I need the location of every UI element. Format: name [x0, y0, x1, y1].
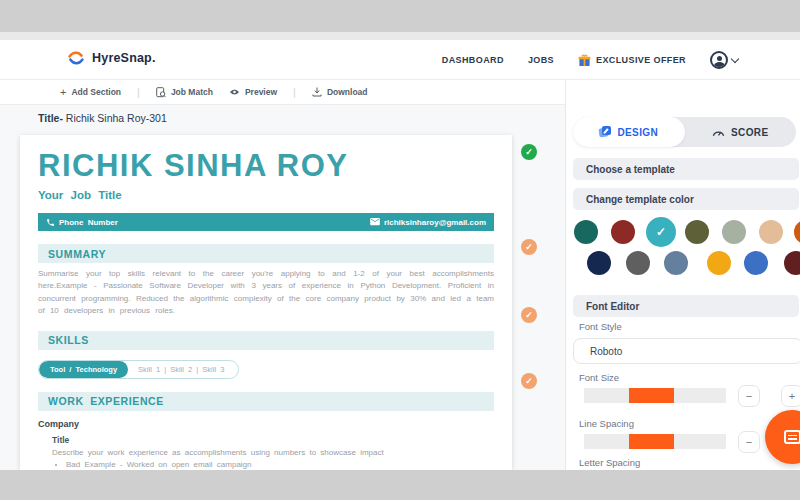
- work-bullet[interactable]: Bad Example - Worked on open email campa…: [66, 460, 494, 469]
- phone-label: Phone Number: [59, 218, 118, 227]
- resume-preview-card[interactable]: RICHIK SINHA ROY Your Job Title Phone Nu…: [20, 135, 512, 470]
- color-swatch[interactable]: [707, 251, 731, 275]
- preview-button[interactable]: Preview: [229, 87, 277, 97]
- preview-label: Preview: [245, 87, 277, 97]
- letter-spacing-label: Letter Spacing: [579, 457, 640, 468]
- change-template-color-button[interactable]: Change template color: [573, 188, 799, 210]
- add-section-label: Add Section: [71, 87, 121, 97]
- job-match-button[interactable]: Job Match: [156, 87, 213, 98]
- color-swatch[interactable]: [574, 220, 598, 244]
- resume-job-title[interactable]: Your Job Title: [38, 189, 494, 201]
- window-chrome-bottom: [0, 470, 800, 500]
- tab-design[interactable]: DESIGN: [573, 117, 685, 147]
- line-spacing-label: Line Spacing: [579, 418, 634, 429]
- font-size-label: Font Size: [579, 372, 619, 383]
- hyresnap-logo[interactable]: HyreSnap.: [66, 50, 156, 66]
- envelope-icon: [370, 218, 380, 226]
- logo-text: HyreSnap.: [92, 51, 156, 65]
- line-spacing-slider[interactable]: [584, 434, 726, 449]
- phone-icon: [46, 218, 55, 227]
- section-partial-badge: ✓: [521, 307, 537, 323]
- download-button[interactable]: Download: [312, 87, 368, 97]
- logo-swoosh-icon: [66, 50, 86, 66]
- section-partial-badge: ✓: [521, 373, 537, 389]
- choose-template-button[interactable]: Choose a template: [573, 158, 799, 180]
- font-size-decrease-button[interactable]: −: [738, 385, 760, 407]
- chevron-down-icon: [731, 54, 739, 62]
- work-bullet-list: Bad Example - Worked on open email campa…: [66, 460, 494, 470]
- line-spacing-slider-handle[interactable]: [629, 434, 674, 449]
- skills-pill[interactable]: Tool / Technology Skill 1 | Skill 2 | Sk…: [38, 360, 239, 379]
- color-swatch[interactable]: [664, 251, 688, 275]
- add-section-button[interactable]: + Add Section: [60, 86, 121, 98]
- color-swatch-selected[interactable]: ✓: [646, 217, 676, 247]
- color-swatch[interactable]: [587, 251, 611, 275]
- skills-section-heading[interactable]: SKILLS: [38, 331, 494, 350]
- gauge-icon: [712, 128, 725, 137]
- help-fab-button[interactable]: [765, 410, 800, 464]
- color-swatch[interactable]: [611, 220, 635, 244]
- chat-menu-icon: [784, 430, 800, 444]
- design-icon: [599, 126, 611, 138]
- gift-icon: [578, 54, 591, 67]
- font-editor-header: Font Editor: [573, 295, 799, 317]
- window-chrome-strip: [0, 32, 800, 40]
- color-swatch[interactable]: [794, 220, 800, 244]
- toolbar-divider: |: [293, 86, 296, 98]
- top-header: HyreSnap. DASHBOARD JOBS EXCLUSIVE OFFER: [0, 40, 800, 80]
- work-description[interactable]: Describe your work experience as accompl…: [52, 448, 494, 457]
- skill-primary-chip[interactable]: Tool / Technology: [39, 361, 128, 378]
- nav-exclusive-offer[interactable]: EXCLUSIVE OFFER: [578, 54, 686, 67]
- email-value: richiksinharoy@gmail.com: [384, 218, 486, 227]
- color-swatch[interactable]: [626, 251, 650, 275]
- document-title-value: Richik Sinha Roy-301: [66, 112, 167, 124]
- work-section-heading[interactable]: WORK EXPERIENCE: [38, 392, 494, 411]
- summary-text[interactable]: Summarise your top skills relevant to th…: [38, 268, 494, 318]
- document-title: Title- Richik Sinha Roy-301: [38, 112, 167, 124]
- section-partial-badge: ✓: [521, 239, 537, 255]
- email-field[interactable]: richiksinharoy@gmail.com: [370, 218, 486, 227]
- font-style-select[interactable]: Roboto: [573, 338, 800, 364]
- phone-field[interactable]: Phone Number: [46, 218, 118, 227]
- font-style-label: Font Style: [579, 321, 622, 332]
- color-swatch[interactable]: [744, 251, 768, 275]
- work-title[interactable]: Title: [52, 435, 494, 445]
- color-swatch[interactable]: [759, 220, 783, 244]
- tab-score-label: SCORE: [731, 127, 769, 138]
- font-size-slider[interactable]: [584, 388, 726, 403]
- download-label: Download: [327, 87, 368, 97]
- resume-name[interactable]: RICHIK SINHA ROY: [38, 148, 494, 184]
- document-title-label: Title-: [38, 112, 63, 124]
- color-swatch[interactable]: [784, 251, 800, 275]
- resume-contact-bar[interactable]: Phone Number richiksinharoy@gmail.com: [38, 213, 494, 231]
- nav-jobs[interactable]: JOBS: [528, 55, 554, 65]
- editor-content-area: Title- Richik Sinha Roy-301 RICHIK SINHA…: [0, 105, 565, 470]
- font-size-increase-button[interactable]: +: [781, 385, 800, 407]
- font-size-slider-handle[interactable]: [629, 388, 674, 403]
- summary-section-heading[interactable]: SUMMARY: [38, 244, 494, 263]
- nav-dashboard[interactable]: DASHBOARD: [442, 55, 504, 65]
- avatar-icon: [710, 51, 728, 69]
- account-menu[interactable]: [710, 51, 738, 69]
- design-panel: DESIGN SCORE Choose a template Change te…: [565, 80, 800, 470]
- eye-icon: [229, 88, 240, 96]
- color-swatch[interactable]: [722, 220, 746, 244]
- job-match-label: Job Match: [171, 87, 213, 97]
- resume-toolbar: + Add Section | Job Match Preview: [0, 80, 565, 105]
- plus-icon: +: [60, 86, 66, 98]
- download-icon: [312, 87, 322, 97]
- tab-design-label: DESIGN: [617, 127, 658, 138]
- nav-exclusive-offer-label: EXCLUSIVE OFFER: [596, 55, 686, 65]
- section-complete-badge: ✓: [521, 144, 537, 160]
- line-spacing-decrease-button[interactable]: −: [738, 431, 760, 453]
- work-company[interactable]: Company: [38, 419, 494, 429]
- job-match-icon: [156, 87, 166, 98]
- tab-score[interactable]: SCORE: [685, 117, 797, 147]
- color-swatch[interactable]: [685, 220, 709, 244]
- skill-placeholder-list[interactable]: Skill 1 | Skill 2 | Skill 3: [128, 361, 238, 378]
- panel-tabbar: DESIGN SCORE: [573, 117, 796, 147]
- app-window: HyreSnap. DASHBOARD JOBS EXCLUSIVE OFFER: [0, 0, 800, 500]
- toolbar-divider: |: [137, 86, 140, 98]
- main-nav: DASHBOARD JOBS EXCLUSIVE OFFER: [442, 40, 738, 80]
